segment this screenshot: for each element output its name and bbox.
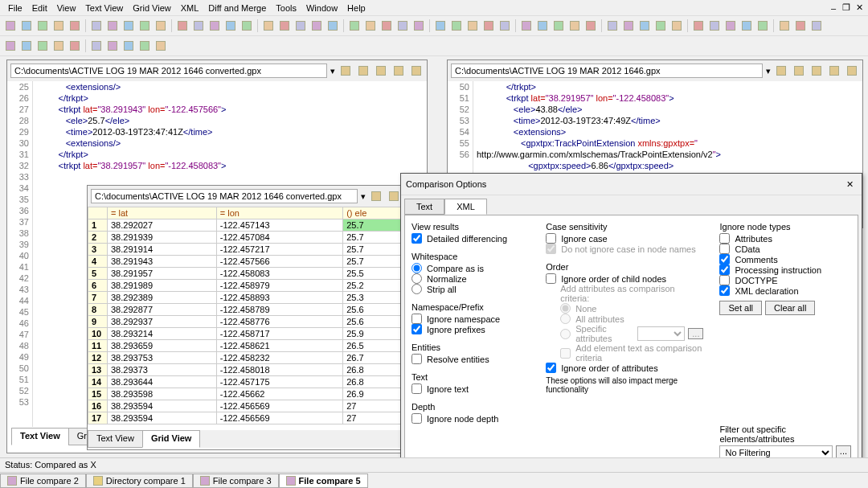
checkbox-resolve-entities[interactable]: Resolve entities <box>411 354 530 364</box>
toolbar-button-22[interactable] <box>379 18 394 33</box>
toolbar-button-43[interactable] <box>739 18 754 33</box>
toolbar-button-40[interactable] <box>691 18 706 33</box>
table-row[interactable]: 1138.293659-122.45862126.5 <box>88 340 404 352</box>
reload-icon[interactable] <box>792 64 806 78</box>
checkbox-ignore-case[interactable]: Ignore case <box>546 233 703 244</box>
toolbar-button-26[interactable] <box>449 18 464 33</box>
toolbar-button-2[interactable] <box>35 39 50 53</box>
menu-tools[interactable]: Tools <box>271 2 301 14</box>
toolbar-button-28[interactable] <box>481 18 496 33</box>
toolbar-button-13[interactable] <box>223 18 238 33</box>
dialog-tab-xml[interactable]: XML <box>444 199 487 215</box>
saveas-icon[interactable] <box>391 64 406 78</box>
table-row[interactable]: 738.292389-122.45889325.3 <box>88 292 404 304</box>
tab-file-compare-2[interactable]: File compare 2 <box>0 474 86 488</box>
toolbar-button-6[interactable] <box>105 39 120 53</box>
open-icon[interactable] <box>774 64 788 78</box>
toolbar-button-18[interactable] <box>309 18 324 33</box>
toolbar-button-25[interactable] <box>433 18 448 33</box>
checkbox-ignore-depth[interactable]: Ignore node depth <box>411 413 530 424</box>
toolbar-button-4[interactable] <box>68 18 82 33</box>
checkbox-ignore-text[interactable]: Ignore text <box>411 383 530 394</box>
menu-window[interactable]: Window <box>301 2 342 14</box>
toolbar-button-33[interactable] <box>567 18 582 33</box>
tab-text-view[interactable]: Text View <box>88 430 143 448</box>
menu-view[interactable]: View <box>52 2 81 14</box>
toolbar-button-29[interactable] <box>497 18 512 33</box>
toolbar-button-27[interactable] <box>465 18 480 33</box>
toolbar-button-9[interactable] <box>154 39 168 53</box>
toolbar-button-23[interactable] <box>395 18 410 33</box>
table-row[interactable]: 1238.293753-122.45823226.7 <box>88 352 404 364</box>
toolbar-button-11[interactable] <box>191 18 206 33</box>
toolbar-button-5[interactable] <box>89 39 104 53</box>
table-row[interactable]: 338.291914-122.45721725.7 <box>88 244 404 256</box>
table-row[interactable]: 838.292877-122.45878925.6 <box>88 304 404 316</box>
restore-icon[interactable]: ❐ <box>841 2 852 14</box>
toolbar-button-15[interactable] <box>261 18 276 33</box>
toolbar-button-44[interactable] <box>755 18 770 33</box>
toolbar-button-30[interactable] <box>519 18 534 33</box>
table-row[interactable]: 138.292027-122.45714325.7 <box>88 219 404 232</box>
toolbar-button-7[interactable] <box>121 18 136 33</box>
menu-gridview[interactable]: Grid View <box>128 2 175 14</box>
checkbox-ignore-prefixes[interactable]: Ignore prefixes <box>411 324 530 334</box>
tab-file-compare-3[interactable]: File compare 3 <box>193 474 279 488</box>
toolbar-button-35[interactable] <box>605 18 620 33</box>
grid-path-input[interactable]: C:\documents\ACTIVE LOG 19 MAR 2012 1646… <box>91 189 358 203</box>
close-icon[interactable]: ✕ <box>854 2 865 14</box>
tab-directory-compare-1[interactable]: Directory compare 1 <box>86 474 193 488</box>
table-row[interactable]: 538.291957-122.45808325.5 <box>88 268 404 280</box>
toolbar-button-20[interactable] <box>347 18 362 33</box>
checkbox-ignore-namespace[interactable]: Ignore namespace <box>411 314 530 324</box>
menu-diffmerge[interactable]: Diff and Merge <box>203 2 271 14</box>
table-row[interactable]: 938.292937-122.45877625.6 <box>88 316 404 328</box>
set-all-button[interactable]: Set all <box>719 301 762 315</box>
toolbar-button-47[interactable] <box>809 18 824 33</box>
checkbox-cdata[interactable]: CData <box>719 244 851 254</box>
radio-normalize[interactable]: Normalize <box>411 273 530 284</box>
toolbar-button-10[interactable] <box>175 18 190 33</box>
dropdown-icon[interactable]: ▾ <box>766 66 771 76</box>
table-row[interactable]: 1038.293214-122.45871725.9 <box>88 328 404 340</box>
toolbar-button-6[interactable] <box>105 18 120 33</box>
toolbar-button-2[interactable] <box>35 18 50 33</box>
checkbox-detailed-differencing[interactable]: Detailed differencing <box>411 233 530 244</box>
table-row[interactable]: 438.291943-122.45756625.7 <box>88 256 404 268</box>
save-icon[interactable] <box>809 64 824 78</box>
toolbar-button-0[interactable] <box>3 18 18 33</box>
toolbar-button-16[interactable] <box>277 18 292 33</box>
dropdown-icon[interactable]: ▾ <box>361 191 366 202</box>
table-row[interactable]: 1538.293598-122.4566226.9 <box>88 388 404 400</box>
table-row[interactable]: 238.291939-122.45708425.7 <box>88 232 404 244</box>
toolbar-button-1[interactable] <box>19 18 34 33</box>
right-path-input[interactable]: C:\documents\ACTIVE LOG 19 MAR 2012 1646… <box>451 64 763 78</box>
checkbox-doctype[interactable]: DOCTYPE <box>719 275 851 285</box>
save-icon[interactable] <box>374 64 388 78</box>
toolbar-button-7[interactable] <box>121 39 136 53</box>
radio-strip-all[interactable]: Strip all <box>411 284 530 294</box>
table-row[interactable]: 1738.293594-122.45656927 <box>88 412 404 424</box>
toolbar-button-38[interactable] <box>653 18 668 33</box>
toolbar-button-3[interactable] <box>51 18 66 33</box>
toolbar-button-1[interactable] <box>19 39 34 53</box>
toolbar-button-8[interactable] <box>137 18 152 33</box>
toolbar-button-5[interactable] <box>89 18 104 33</box>
toolbar-button-8[interactable] <box>137 39 152 53</box>
tab-text-view[interactable]: Text View <box>11 428 69 445</box>
reload-icon[interactable] <box>387 189 401 203</box>
toolbar-button-19[interactable] <box>326 18 340 33</box>
toolbar-button-4[interactable] <box>68 39 82 53</box>
grid-table[interactable]: = lat= lon() ele138.292027-122.45714325.… <box>88 207 404 424</box>
radio-compare-as-is[interactable]: Compare as is <box>411 263 530 273</box>
toolbar-button-14[interactable] <box>240 18 254 33</box>
dropdown-icon[interactable]: ▾ <box>330 66 335 76</box>
checkbox-comments[interactable]: Comments <box>719 254 851 265</box>
toolbar-button-31[interactable] <box>535 18 550 33</box>
tab-grid-view[interactable]: Grid View <box>142 430 201 448</box>
toolbar-button-3[interactable] <box>51 39 66 53</box>
table-row[interactable]: 1638.293594-122.45656927 <box>88 400 404 412</box>
saveas-icon[interactable] <box>827 64 841 78</box>
toolbar-button-45[interactable] <box>777 18 792 33</box>
menu-file[interactable]: File <box>3 2 27 14</box>
